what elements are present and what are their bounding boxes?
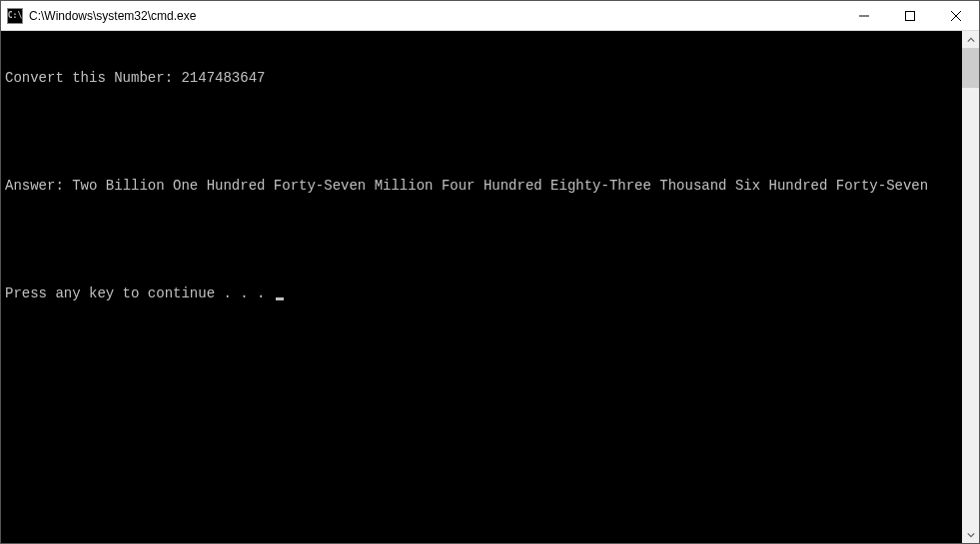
maximize-button[interactable] xyxy=(887,1,933,30)
cmd-icon-glyph: C:\ xyxy=(8,12,22,20)
answer-text: Two Billion One Hundred Forty-Seven Mill… xyxy=(72,178,928,194)
prompt-label: Convert this Number: xyxy=(5,70,181,86)
scroll-down-button[interactable] xyxy=(962,526,979,543)
chevron-down-icon xyxy=(967,531,975,539)
window-title: C:\Windows\system32\cmd.exe xyxy=(29,9,196,23)
window-controls xyxy=(841,1,979,30)
titlebar-left: C:\ C:\Windows\system32\cmd.exe xyxy=(1,8,196,24)
close-button[interactable] xyxy=(933,1,979,30)
console-content[interactable]: Convert this Number: 2147483647 Answer: … xyxy=(1,31,962,543)
cmd-window: C:\ C:\Windows\system32\cmd.exe Convert … xyxy=(0,0,980,544)
continue-text: Press any key to continue . . . xyxy=(5,285,274,301)
console-body: Convert this Number: 2147483647 Answer: … xyxy=(1,31,979,543)
console-line-blank xyxy=(5,123,958,141)
close-icon xyxy=(951,11,961,21)
titlebar[interactable]: C:\ C:\Windows\system32\cmd.exe xyxy=(1,1,979,31)
input-number: 2147483647 xyxy=(181,70,265,86)
cmd-icon: C:\ xyxy=(7,8,23,24)
minimize-button[interactable] xyxy=(841,1,887,30)
maximize-icon xyxy=(905,11,915,21)
console-line-blank2 xyxy=(5,231,958,249)
scroll-track[interactable] xyxy=(962,48,979,526)
chevron-up-icon xyxy=(967,36,975,44)
console-line-continue: Press any key to continue . . . xyxy=(5,284,958,302)
console-line-answer: Answer: Two Billion One Hundred Forty-Se… xyxy=(5,177,958,195)
console-line-input: Convert this Number: 2147483647 xyxy=(5,69,958,87)
minimize-icon xyxy=(859,11,869,21)
svg-rect-1 xyxy=(906,11,915,20)
answer-label: Answer: xyxy=(5,178,72,194)
cursor-icon xyxy=(276,297,284,300)
scroll-up-button[interactable] xyxy=(962,31,979,48)
scroll-thumb[interactable] xyxy=(962,48,979,88)
vertical-scrollbar[interactable] xyxy=(962,31,979,543)
